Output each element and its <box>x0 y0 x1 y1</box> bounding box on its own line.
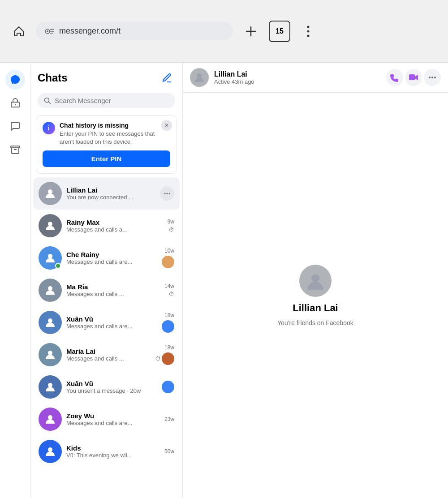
url-text: messenger.com/t <box>59 26 121 36</box>
browser-menu-button[interactable] <box>297 21 319 42</box>
svg-point-33 <box>311 274 319 282</box>
banner-description: Enter your PIN to see messages that aren… <box>60 130 170 146</box>
address-bar[interactable]: messenger.com/t <box>36 22 233 40</box>
chat-header-name: Lillian Lai <box>214 70 381 78</box>
avatar <box>39 279 62 302</box>
chat-name: Xuân Vũ <box>66 315 157 323</box>
search-input[interactable] <box>55 97 169 104</box>
chat-main: Lillian Lai Active 43m ago <box>183 63 448 498</box>
chat-item-maria-lai[interactable]: Maria Lai Messages and calls ... 18w ⏱ <box>33 339 180 371</box>
chat-time: 18w <box>164 344 174 351</box>
app-container: Chats ✕ i Chat h <box>0 63 448 498</box>
address-bar-icon <box>45 28 55 35</box>
svg-point-16 <box>48 189 52 194</box>
svg-point-21 <box>48 254 52 258</box>
chat-preview: Messages and calls a... <box>66 226 163 233</box>
default-avatar-icon <box>44 219 56 232</box>
chat-preview: You are now connected ... <box>66 194 155 201</box>
enter-pin-button[interactable]: Enter PIN <box>43 150 170 167</box>
svg-point-32 <box>434 77 436 78</box>
svg-point-19 <box>169 193 170 194</box>
avatar <box>39 311 62 334</box>
banner-close-button[interactable]: ✕ <box>161 120 172 131</box>
chat-preview: Messages and calls are... <box>66 323 157 330</box>
svg-point-1 <box>47 30 48 32</box>
contact-name-large: Lillian Lai <box>293 302 338 314</box>
chat-preview: Messages and calls are... <box>66 258 157 265</box>
home-button[interactable] <box>9 21 29 41</box>
banner-title: Chat history is missing <box>60 122 170 129</box>
chat-header-status: Active 43m ago <box>214 78 381 85</box>
avatar-wrapper <box>39 311 62 334</box>
chat-meta <box>160 186 174 201</box>
more-options-button[interactable] <box>424 69 441 86</box>
chat-header-actions <box>386 69 441 86</box>
sidebar-item-chat[interactable] <box>5 70 25 90</box>
svg-point-9 <box>307 34 310 37</box>
tab-count-button[interactable]: 15 <box>269 21 290 42</box>
browser-chrome: messenger.com/t 15 <box>0 0 448 63</box>
avatar-wrapper <box>39 182 62 205</box>
sidebar-item-messenger[interactable] <box>5 116 25 136</box>
chat-item-lillian-lai[interactable]: Lillian Lai You are now connected ... <box>33 177 180 210</box>
chat-meta: 9w ⏱ <box>168 219 174 233</box>
chat-info: Kids Vũ: This evening we wil... <box>66 444 160 459</box>
more-icon <box>164 190 171 197</box>
chat-info: Lillian Lai You are now connected ... <box>66 186 155 201</box>
search-input-wrapper[interactable] <box>38 93 175 108</box>
chat-history-banner: ✕ i Chat history is missing Enter your P… <box>36 115 177 174</box>
avatar-wrapper <box>39 408 62 431</box>
chat-item-che-rainy[interactable]: Che Rainy Messages and calls are... 10w <box>33 242 180 274</box>
online-indicator <box>55 263 61 269</box>
video-icon <box>409 74 418 81</box>
chat-info: Xuân Vũ You unsent a message · 20w <box>66 380 157 394</box>
chat-list: Lillian Lai You are now connected ... <box>30 177 182 498</box>
chat-more-button[interactable] <box>160 186 174 201</box>
video-call-button[interactable] <box>405 69 422 86</box>
chat-name: Che Rainy <box>66 251 157 258</box>
chat-preview: Messages and calls ... <box>66 355 151 362</box>
chat-item-ma-ria[interactable]: Ma Ria Messages and calls ... 14w ⏱ <box>33 274 180 306</box>
chat-time: 14w <box>164 283 174 289</box>
default-avatar-icon <box>44 445 56 458</box>
contact-friends-text: You're friends on Facebook <box>277 319 353 326</box>
avatar-wrapper <box>39 440 62 463</box>
avatar <box>39 214 62 237</box>
sidebar-item-marketplace[interactable] <box>5 93 25 113</box>
add-tab-button[interactable] <box>240 21 262 42</box>
svg-point-8 <box>307 30 310 32</box>
chat-time: 10w <box>164 248 174 254</box>
chat-preview: Vũ: This evening we wil... <box>66 452 160 459</box>
avatar-wrapper <box>39 246 62 270</box>
chat-name: Kids <box>66 444 160 452</box>
small-avatar <box>162 381 174 393</box>
chat-item-xuan-vu-2[interactable]: Xuân Vũ You unsent a message · 20w <box>33 371 180 403</box>
svg-point-31 <box>431 77 433 78</box>
chat-item-xuan-vu-1[interactable]: Xuân Vũ Messages and calls are... 18w <box>33 306 180 339</box>
chat-name: Lillian Lai <box>66 186 155 194</box>
timer-icon: ⏱ <box>169 227 174 233</box>
chat-item-rainy-max[interactable]: Rainy Max Messages and calls a... 9w ⏱ <box>33 210 180 242</box>
chat-item-zoey-wu[interactable]: Zoey Wu Messages and calls are... 23w <box>33 403 180 435</box>
chat-meta <box>162 381 174 393</box>
sidebar-item-archive[interactable] <box>5 140 25 159</box>
chat-name: Maria Lai <box>66 348 151 355</box>
avatar-wrapper <box>39 279 62 302</box>
chat-info: Rainy Max Messages and calls a... <box>66 219 163 233</box>
svg-rect-29 <box>409 74 415 80</box>
timer-icon: ⏱ <box>169 291 174 297</box>
search-icon <box>44 97 51 104</box>
header-avatar-icon <box>194 72 205 83</box>
chat-item-kids[interactable]: Kids Vũ: This evening we wil... 50w <box>33 435 180 468</box>
chat-info: Xuân Vũ Messages and calls are... <box>66 315 157 330</box>
compose-button[interactable] <box>159 70 175 86</box>
default-avatar-icon <box>44 413 56 425</box>
svg-line-15 <box>49 102 51 103</box>
default-avatar-icon <box>44 252 56 264</box>
banner-text: Chat history is missing Enter your PIN t… <box>60 122 170 146</box>
more-icon <box>428 73 437 82</box>
voice-call-button[interactable] <box>386 69 403 86</box>
chat-meta: 10w <box>162 248 174 268</box>
chat-list-panel: Chats ✕ i Chat h <box>30 63 183 498</box>
chat-preview: Messages and calls are... <box>66 420 160 426</box>
